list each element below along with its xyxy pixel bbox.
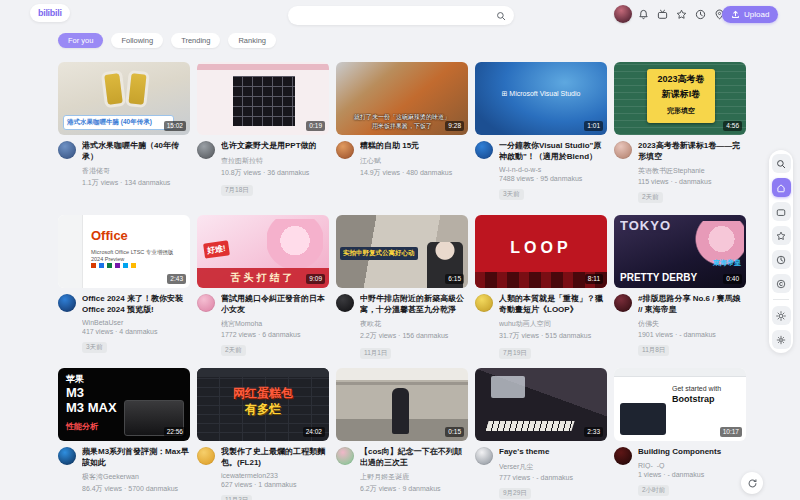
- video-card[interactable]: 苹果M3M3 MAX性能分析22:56 蘋果M3系列首發評測：Max早該如此 极…: [58, 368, 190, 500]
- toolbar-home-icon[interactable]: [772, 178, 791, 197]
- uploader-name[interactable]: 桃宮Momoha: [221, 319, 329, 329]
- uploader-name[interactable]: 江心赋: [360, 156, 468, 166]
- video-thumbnail[interactable]: 0:19: [197, 62, 329, 135]
- toolbar-search-icon[interactable]: [772, 154, 791, 173]
- clock-icon[interactable]: [695, 9, 706, 20]
- bilibili-logo[interactable]: bilibili: [30, 4, 70, 22]
- video-thumbnail[interactable]: 港式水果咖喱牛腩 (40年传承)15:02: [58, 62, 190, 135]
- tab-ranking[interactable]: Ranking: [228, 33, 276, 48]
- search-icon[interactable]: [496, 11, 506, 21]
- video-card[interactable]: 港式水果咖喱牛腩 (40年传承)15:02 港式水果咖喱牛腩（40年传承） 香港…: [58, 62, 190, 207]
- video-card[interactable]: 2:33 Faye's theme Verser凡尘 777 views · -…: [475, 368, 607, 500]
- upload-button[interactable]: Upload: [722, 6, 778, 23]
- video-title[interactable]: 糟糕的自助 15元: [360, 141, 468, 152]
- video-card[interactable]: 0:15 【cos向】紀念一下在不列顛出過的三次王 上野月姬圣诞鹿 6.2万 v…: [336, 368, 468, 500]
- uploader-avatar[interactable]: [197, 294, 215, 312]
- video-card[interactable]: 2023高考卷新课标I卷完形填空4:56 2023高考卷新课标1卷——完形填空 …: [614, 62, 746, 207]
- video-thumbnail[interactable]: 2023高考卷新课标I卷完形填空4:56: [614, 62, 746, 135]
- video-thumbnail[interactable]: 2:33: [475, 368, 607, 441]
- uploader-name[interactable]: RIQ-_-Q: [638, 462, 746, 469]
- video-thumbnail[interactable]: 网红蛋糕包有多烂24:02: [197, 368, 329, 441]
- uploader-avatar[interactable]: [475, 447, 493, 465]
- uploader-name[interactable]: 上野月姬圣诞鹿: [360, 472, 468, 482]
- uploader-avatar[interactable]: [475, 141, 493, 159]
- toolbar-sun-icon[interactable]: [772, 306, 791, 325]
- video-thumbnail[interactable]: OfficeMicrosoft Office LTSC 专业增强版 2024 P…: [58, 215, 190, 288]
- uploader-avatar[interactable]: [614, 294, 632, 312]
- video-card[interactable]: 好难!舌头打结了9:09 嘗試用繞口令糾正發音的日本小女友 桃宮Momoha 1…: [197, 215, 329, 360]
- video-card[interactable]: LOOP8:11 人類的本質就是「重複」？獵奇動畫短片《LOOP》 wuhu动画…: [475, 215, 607, 360]
- refresh-button[interactable]: [741, 472, 763, 494]
- video-card[interactable]: 实拍中野复式公寓好心动6:15 中野牛排店附近的新築高級公寓，十分溫馨甚至九分乾…: [336, 215, 468, 360]
- dynamic-icon[interactable]: [657, 9, 668, 20]
- video-title[interactable]: Building Components: [638, 447, 746, 458]
- toolbar-gear-icon[interactable]: [772, 330, 791, 349]
- video-thumbnail[interactable]: LOOP8:11: [475, 215, 607, 288]
- video-card[interactable]: Microsoft Visual Studio1:01 一分鐘教你Visual …: [475, 62, 607, 207]
- search-bar[interactable]: [288, 6, 514, 25]
- tab-following[interactable]: Following: [111, 33, 163, 48]
- video-thumbnail[interactable]: 0:15: [336, 368, 468, 441]
- uploader-avatar[interactable]: [614, 447, 632, 465]
- uploader-name[interactable]: 仿佛失: [638, 319, 746, 329]
- uploader-name[interactable]: wuhu动画人空间: [499, 319, 607, 329]
- user-avatar[interactable]: [614, 5, 632, 23]
- bell-icon[interactable]: [638, 9, 649, 20]
- uploader-name[interactable]: 香港佬哥: [82, 166, 190, 176]
- video-card[interactable]: 0:19 也许文豪野犬是用PPT做的 查拉图斯拉特 10.8万 views · …: [197, 62, 329, 207]
- video-thumbnail[interactable]: 就打了来一份「这碗麻辣烫的味道」用米饭拌果酱，下饭了9:28: [336, 62, 468, 135]
- uploader-avatar[interactable]: [197, 141, 215, 159]
- video-title[interactable]: 也许文豪野犬是用PPT做的: [221, 141, 329, 152]
- uploader-name[interactable]: 英语教书匠Stephanie: [638, 166, 746, 176]
- thumb-overlay-text: Office: [91, 228, 128, 243]
- video-thumbnail[interactable]: 苹果M3M3 MAX性能分析22:56: [58, 368, 190, 441]
- video-card[interactable]: TOKYOPRETTY DERBY東海帝皇0:40 #排版思路分享 No.6 /…: [614, 215, 746, 360]
- uploader-name[interactable]: 极客湾Geekerwan: [82, 472, 190, 482]
- toolbar-tv-icon[interactable]: [772, 202, 791, 221]
- video-thumbnail[interactable]: TOKYOPRETTY DERBY東海帝皇0:40: [614, 215, 746, 288]
- video-card[interactable]: 网红蛋糕包有多烂24:02 我製作了史上最爛的工程類麵包。(FL21) icew…: [197, 368, 329, 500]
- tab-for-you[interactable]: For you: [58, 33, 103, 48]
- uploader-avatar[interactable]: [336, 447, 354, 465]
- video-title[interactable]: Office 2024 来了！教你安装 Office 2024 预览版!: [82, 294, 190, 315]
- video-title[interactable]: 一分鐘教你Visual Studio"原神啟動"！（適用於Blend）: [499, 141, 607, 162]
- video-title[interactable]: #排版思路分享 No.6 / 賽馬娘 // 東海帝皇: [638, 294, 746, 315]
- uploader-avatar[interactable]: [336, 294, 354, 312]
- upload-icon: [731, 10, 740, 19]
- video-thumbnail[interactable]: Microsoft Visual Studio1:01: [475, 62, 607, 135]
- toolbar-star-icon[interactable]: [772, 226, 791, 245]
- search-input[interactable]: [296, 10, 496, 21]
- video-title[interactable]: 人類的本質就是「重複」？獵奇動畫短片《LOOP》: [499, 294, 607, 315]
- video-thumbnail[interactable]: Get started withBootstrap10:17: [614, 368, 746, 441]
- video-title[interactable]: Faye's theme: [499, 447, 607, 458]
- uploader-avatar[interactable]: [336, 141, 354, 159]
- uploader-avatar[interactable]: [58, 141, 76, 159]
- toolbar-c-circle-icon[interactable]: [772, 274, 791, 293]
- video-title[interactable]: 2023高考卷新课标1卷——完形填空: [638, 141, 746, 162]
- video-title[interactable]: 蘋果M3系列首發評測：Max早該如此: [82, 447, 190, 468]
- uploader-name[interactable]: W-i-n-d-o-w-s: [499, 166, 607, 173]
- uploader-avatar[interactable]: [197, 447, 215, 465]
- uploader-name[interactable]: Verser凡尘: [499, 462, 607, 472]
- uploader-name[interactable]: 夜欧花: [360, 319, 468, 329]
- video-title[interactable]: 中野牛排店附近的新築高級公寓，十分溫馨甚至九分乾淨: [360, 294, 468, 315]
- video-title[interactable]: 我製作了史上最爛的工程類麵包。(FL21): [221, 447, 329, 468]
- video-thumbnail[interactable]: 好难!舌头打结了9:09: [197, 215, 329, 288]
- video-card[interactable]: 就打了来一份「这碗麻辣烫的味道」用米饭拌果酱，下饭了9:28 糟糕的自助 15元…: [336, 62, 468, 207]
- video-card[interactable]: OfficeMicrosoft Office LTSC 专业增强版 2024 P…: [58, 215, 190, 360]
- toolbar-clock-icon[interactable]: [772, 250, 791, 269]
- uploader-avatar[interactable]: [58, 447, 76, 465]
- uploader-name[interactable]: WinBetaUser: [82, 319, 190, 326]
- uploader-name[interactable]: 查拉图斯拉特: [221, 156, 329, 166]
- video-title[interactable]: 【cos向】紀念一下在不列顛出過的三次王: [360, 447, 468, 468]
- star-icon[interactable]: [676, 9, 687, 20]
- video-thumbnail[interactable]: 实拍中野复式公寓好心动6:15: [336, 215, 468, 288]
- uploader-avatar[interactable]: [475, 294, 493, 312]
- uploader-name[interactable]: icewatermelon233: [221, 472, 329, 479]
- uploader-avatar[interactable]: [58, 294, 76, 312]
- video-card[interactable]: Get started withBootstrap10:17 Building …: [614, 368, 746, 500]
- tab-trending[interactable]: Trending: [171, 33, 220, 48]
- uploader-avatar[interactable]: [614, 141, 632, 159]
- video-title[interactable]: 港式水果咖喱牛腩（40年传承）: [82, 141, 190, 162]
- video-title[interactable]: 嘗試用繞口令糾正發音的日本小女友: [221, 294, 329, 315]
